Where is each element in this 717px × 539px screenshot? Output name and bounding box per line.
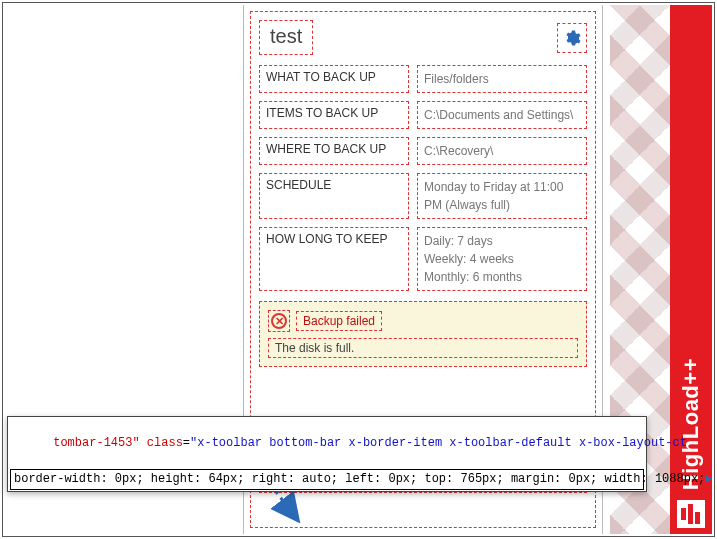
field-value: C:\Recovery\: [417, 137, 587, 165]
settings-button[interactable]: [557, 23, 587, 53]
field-retain[interactable]: HOW LONG TO KEEP Daily: 7 days Weekly: 4…: [259, 227, 587, 291]
chevron-right-icon: ▶: [705, 471, 712, 488]
field-label: WHAT TO BACK UP: [259, 65, 409, 93]
status-message: The disk is full.: [268, 338, 578, 358]
gear-icon: [563, 29, 581, 47]
tooltip-text: =: [183, 436, 190, 450]
brand-sidebar: HighLoad++: [670, 5, 712, 534]
brand-icon: [677, 500, 705, 528]
field-label: WHERE TO BACK UP: [259, 137, 409, 165]
field-items[interactable]: ITEMS TO BACK UP C:\Documents and Settin…: [259, 101, 587, 129]
field-label: SCHEDULE: [259, 173, 409, 219]
tooltip-text: tombar-1453": [53, 436, 147, 450]
field-label: HOW LONG TO KEEP: [259, 227, 409, 291]
brand-text: HighLoad++: [678, 358, 704, 490]
field-schedule[interactable]: SCHEDULE Monday to Friday at 11:00 PM (A…: [259, 173, 587, 219]
plan-title: test: [259, 20, 313, 55]
field-value: Files/folders: [417, 65, 587, 93]
error-icon: ✕: [268, 310, 290, 332]
tooltip-style-text: border-width: 0px; height: 64px; right: …: [14, 471, 705, 488]
field-what[interactable]: WHAT TO BACK UP Files/folders: [259, 65, 587, 93]
field-where[interactable]: WHERE TO BACK UP C:\Recovery\: [259, 137, 587, 165]
field-label: ITEMS TO BACK UP: [259, 101, 409, 129]
status-panel: ✕ Backup failed The disk is full.: [259, 301, 587, 367]
svg-rect-2: [695, 512, 700, 524]
tooltip-text: "x-toolbar bottom-bar x-border-item x-to…: [190, 436, 687, 450]
field-value: Daily: 7 days Weekly: 4 weeks Monthly: 6…: [417, 227, 587, 291]
devtools-tooltip: tombar-1453" class="x-toolbar bottom-bar…: [7, 416, 647, 492]
svg-rect-1: [688, 504, 693, 524]
field-value: C:\Documents and Settings\: [417, 101, 587, 129]
status-label: Backup failed: [296, 311, 382, 331]
svg-rect-0: [681, 508, 686, 520]
tooltip-text: class: [147, 436, 183, 450]
field-value: Monday to Friday at 11:00 PM (Always ful…: [417, 173, 587, 219]
